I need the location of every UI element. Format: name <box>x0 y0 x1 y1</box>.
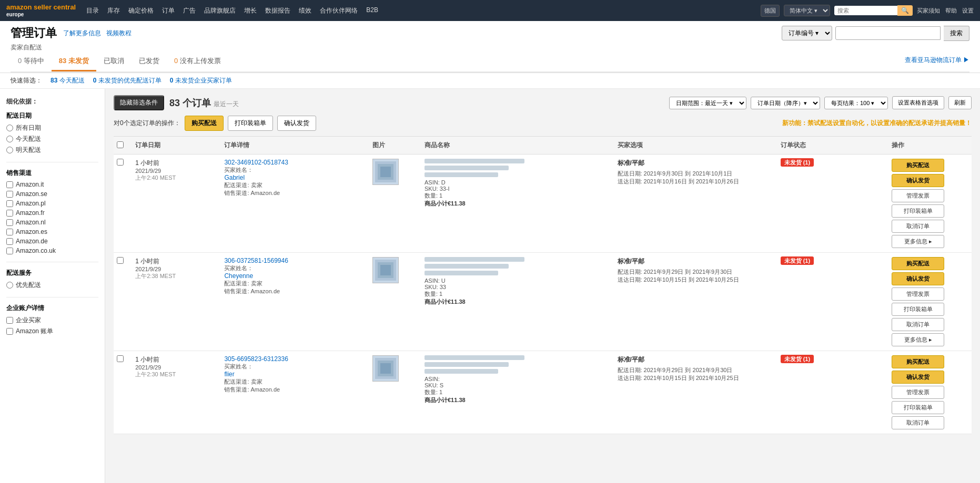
action-btn-2[interactable]: 管理发票 <box>892 287 944 301</box>
bulk-print-box-button[interactable]: 打印装箱单 <box>228 116 273 131</box>
refresh-button[interactable]: 刷新 <box>948 96 972 109</box>
action-btn-3[interactable]: 打印装箱单 <box>892 401 944 414</box>
bulk-confirm-ship-button[interactable]: 确认发货 <box>277 116 316 131</box>
action-btn-2[interactable]: 管理发票 <box>892 386 944 399</box>
cb-amazon-account[interactable]: Amazon 账单 <box>6 327 98 336</box>
th-order-status: 订单状态 <box>777 137 888 155</box>
radio-today[interactable]: 今天配送 <box>6 135 98 143</box>
cb-amazon-pl[interactable]: Amazon.pl <box>6 200 98 207</box>
nav-performance[interactable]: 绩效 <box>299 6 311 15</box>
nav-inventory[interactable]: 库存 <box>107 6 120 15</box>
tab-no-invoice[interactable]: 0 没有上传发票 <box>167 52 228 71</box>
cb-amazon-couk[interactable]: Amazon.co.uk <box>6 247 98 254</box>
tab-cancelled[interactable]: 已取消 <box>96 52 132 71</box>
quick-filter: 快速筛选： 83 今天配送 0 未发货的优先配送订单 0 未发货企业买家订单 <box>0 73 980 89</box>
row-checkbox-0[interactable] <box>117 159 124 166</box>
order-search-type[interactable]: 订单编号 ▾ <box>782 26 832 40</box>
radio-priority[interactable]: 优先配送 <box>6 281 98 290</box>
cb-amazon-it[interactable]: Amazon.it <box>6 181 98 188</box>
quick-filter-priority-count: 0 <box>93 77 97 84</box>
buyer-name-link[interactable]: Gabriel <box>224 174 245 181</box>
action-btn-0[interactable]: 购买配送 <box>892 159 944 172</box>
quick-filter-priority[interactable]: 0 未发货的优先配送订单 <box>93 76 161 85</box>
nav-ads[interactable]: 广告 <box>183 6 196 15</box>
learn-more-link[interactable]: 了解更多信息 <box>63 29 101 38</box>
action-btn-3[interactable]: 打印装箱单 <box>892 204 944 218</box>
settings-link[interactable]: 设置 <box>962 7 974 15</box>
action-btn-3[interactable]: 打印装箱单 <box>892 303 944 316</box>
table-settings-button[interactable]: 设置表格首选项 <box>892 96 944 109</box>
buyer-name-link[interactable]: flier <box>224 371 234 378</box>
action-btn-4[interactable]: 取消订单 <box>892 416 944 429</box>
radio-all-dates[interactable]: 所有日期 <box>6 124 98 132</box>
order-search-button[interactable]: 搜索 <box>944 26 969 41</box>
nav-growth[interactable]: 增长 <box>244 6 257 15</box>
order-header-right: 日期范围：最近一天 ▾ 订单日期（降序）▾ 每页结果：100 ▾ 设置表格首选项… <box>669 96 972 109</box>
order-date-cell: 1 小时前 2021/9/29 上午2:30 MEST <box>132 351 221 434</box>
row-checkbox-1[interactable] <box>117 257 124 264</box>
action-btn-1[interactable]: 确认发货 <box>892 272 944 285</box>
tab-cancelled-label: 已取消 <box>104 57 124 65</box>
buyer-name-link[interactable]: Cheyenne <box>224 272 253 280</box>
row-checkbox-2[interactable] <box>117 355 124 362</box>
th-buyer-options: 买家选项 <box>614 137 777 155</box>
order-status-cell: 未发货 (1) <box>777 155 888 253</box>
select-all-checkbox[interactable] <box>117 141 124 148</box>
sidebar-shipping-date: 配送日期 所有日期 今天配送 明天配送 <box>6 111 98 155</box>
action-btn-1[interactable]: 确认发货 <box>892 174 944 187</box>
hide-filter-button[interactable]: 隐藏筛选条件 <box>114 95 164 110</box>
per-page-select[interactable]: 每页结果：100 ▾ <box>824 97 888 109</box>
nav-orders[interactable]: 订单 <box>162 6 175 15</box>
nav-reports[interactable]: 数据报告 <box>265 6 290 15</box>
action-btn-1[interactable]: 确认发货 <box>892 371 944 384</box>
nav-catalog[interactable]: 目录 <box>86 6 99 15</box>
nav-brand[interactable]: 品牌旗舰店 <box>204 6 236 15</box>
help-link[interactable]: 帮助 <box>945 7 957 15</box>
sort-by-select[interactable]: 订单日期（降序）▾ <box>751 97 820 109</box>
svg-rect-8 <box>380 363 391 374</box>
buyer-options-cell: 标准/平邮 配送日期: 2021年9月29日 到 2021年9月30日 送达日期… <box>614 351 777 434</box>
order-actions-cell: 购买配送确认发货管理发票打印装箱单取消订单 <box>888 351 972 434</box>
th-order-detail: 订单详情 <box>221 137 369 155</box>
cb-amazon-fr[interactable]: Amazon.fr <box>6 209 98 217</box>
action-btn-0[interactable]: 购买配送 <box>892 257 944 270</box>
quick-filter-today[interactable]: 83 今天配送 <box>50 76 85 85</box>
radio-tomorrow[interactable]: 明天配送 <box>6 146 98 155</box>
amazon-logistics-link[interactable]: 查看亚马逊物流订单 ▶ <box>905 56 969 68</box>
video-tutorial-link[interactable]: 视频教程 <box>106 29 132 38</box>
header-search-area: 订单编号 ▾ 搜索 <box>782 26 969 41</box>
cb-amazon-se[interactable]: Amazon.se <box>6 190 98 198</box>
cb-amazon-es[interactable]: Amazon.es <box>6 228 98 235</box>
row-checkbox-cell <box>114 155 132 253</box>
order-number-link[interactable]: 306-0372581-1569946 <box>224 257 288 264</box>
cb-amazon-nl[interactable]: Amazon.nl <box>6 219 98 226</box>
action-btn-4[interactable]: 取消订单 <box>892 220 944 233</box>
order-number-link[interactable]: 305-6695823-6312336 <box>224 355 288 363</box>
action-btn-5[interactable]: 更多信息 ▸ <box>892 333 944 346</box>
nav-pricing[interactable]: 确定价格 <box>128 6 154 15</box>
action-btn-4[interactable]: 取消订单 <box>892 318 944 331</box>
order-number-link[interactable]: 302-3469102-0518743 <box>224 159 288 166</box>
top-search-button[interactable]: 🔍 <box>897 5 913 16</box>
seller-ship-label: 卖家自配送 <box>11 43 42 52</box>
buyer-link[interactable]: 买家须知 <box>917 7 940 15</box>
nav-b2b[interactable]: B2B <box>366 6 378 15</box>
action-btn-2[interactable]: 管理发票 <box>892 189 944 202</box>
order-period: 最近一天 <box>214 100 239 108</box>
tab-unshipped[interactable]: 83 未发货 <box>52 52 96 71</box>
date-range-select[interactable]: 日期范围：最近一天 ▾ <box>669 97 746 109</box>
language-selector[interactable]: 简体中文 ▾ <box>784 5 830 16</box>
nav-partners[interactable]: 合作伙伴网络 <box>320 6 358 15</box>
action-btn-5[interactable]: 更多信息 ▸ <box>892 235 944 248</box>
action-btn-0[interactable]: 购买配送 <box>892 355 944 368</box>
country-selector[interactable]: 德国 <box>761 5 780 17</box>
bulk-buy-ship-button[interactable]: 购买配送 <box>185 116 224 131</box>
tab-shipped[interactable]: 已发货 <box>132 52 167 71</box>
sidebar-shipping-service: 配送服务 优先配送 <box>6 269 98 290</box>
top-search-input[interactable] <box>834 6 897 15</box>
cb-amazon-de[interactable]: Amazon.de <box>6 238 98 245</box>
cb-business-buyer[interactable]: 企业买家 <box>6 316 98 325</box>
quick-filter-b2b[interactable]: 0 未发货企业买家订单 <box>170 76 232 85</box>
tab-waiting[interactable]: 0 等待中 <box>11 52 52 71</box>
order-search-input[interactable] <box>835 26 941 40</box>
